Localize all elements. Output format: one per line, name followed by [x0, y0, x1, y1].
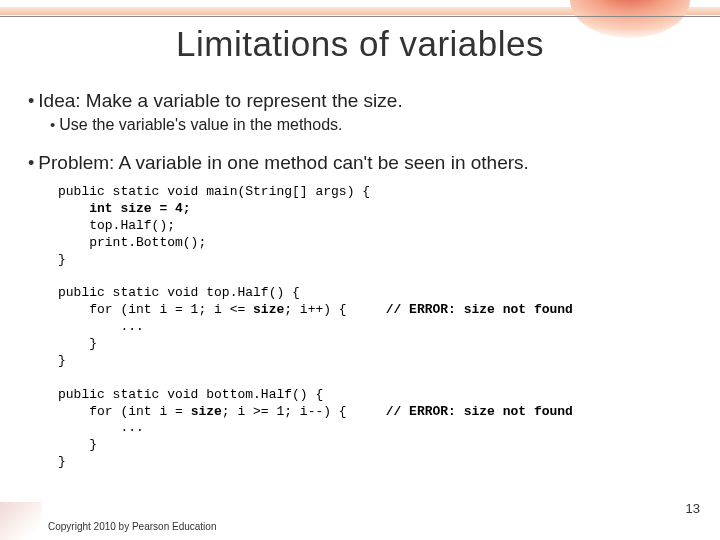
bullet-idea: • Idea: Make a variable to represent the…	[28, 90, 700, 112]
slide-title: Limitations of variables	[0, 24, 720, 64]
bullet-text: Idea: Make a variable to represent the s…	[38, 90, 402, 112]
content-area: • Idea: Make a variable to represent the…	[28, 90, 700, 471]
bullet-text: Problem: A variable in one method can't …	[38, 152, 529, 174]
code-block: public static void main(String[] args) {…	[58, 184, 700, 471]
sub-bullet-text: Use the variable's value in the methods.	[59, 116, 342, 134]
sub-bullet-icon: •	[50, 116, 55, 133]
bullet-problem: • Problem: A variable in one method can'…	[28, 152, 700, 174]
sub-bullet-idea: • Use the variable's value in the method…	[50, 116, 700, 134]
bullet-icon: •	[28, 91, 34, 112]
page-number: 13	[686, 501, 700, 516]
copyright-footer: Copyright 2010 by Pearson Education	[48, 521, 216, 532]
bullet-icon: •	[28, 153, 34, 174]
divider-line	[0, 16, 720, 17]
corner-decoration	[0, 502, 42, 540]
